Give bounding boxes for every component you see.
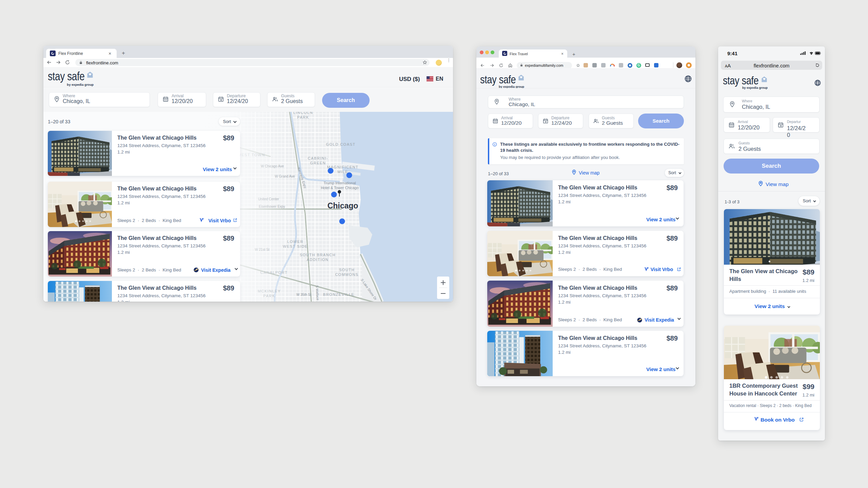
svg-text:CABRINI-: CABRINI-	[308, 156, 328, 160]
svg-text:BRONZEVILLE: BRONZEVILLE	[323, 292, 354, 297]
svg-text:SOUTH BRANCH: SOUTH BRANCH	[300, 253, 336, 257]
svg-text:SOUTH: SOUTH	[339, 268, 355, 272]
svg-text:W 35th St: W 35th St	[296, 293, 311, 297]
svg-text:Chicago: Chicago	[328, 201, 358, 210]
svg-text:GREEN: GREEN	[310, 161, 326, 165]
svg-text:GOLD COAST: GOLD COAST	[326, 142, 355, 146]
svg-text:PARK: PARK	[297, 115, 309, 119]
svg-text:Hotel & Tower Chicago: Hotel & Tower Chicago	[321, 186, 359, 190]
svg-text:COMMONS: COMMONS	[335, 272, 358, 277]
svg-text:ADDITION: ADDITION	[307, 258, 329, 262]
svg-text:Trump International: Trump International	[324, 181, 356, 185]
svg-text:MILE: MILE	[337, 170, 348, 174]
